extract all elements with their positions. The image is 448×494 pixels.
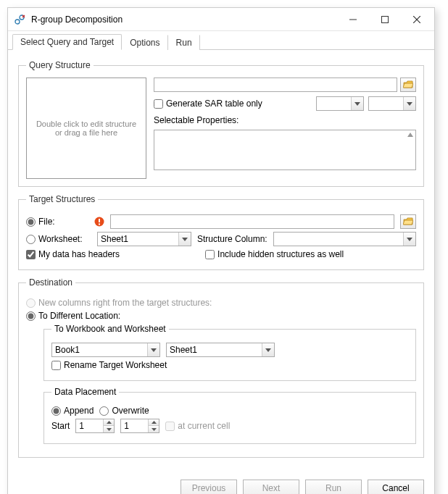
tab-run[interactable]: Run [168,35,200,50]
legend-destination: Destination [26,277,75,288]
run-button: Run [305,480,362,494]
chevron-down-icon [403,97,415,110]
sar-checkbox[interactable]: Generate SAR table only [154,99,262,109]
radio-overwrite[interactable]: Overwrite [99,406,149,416]
tab-options[interactable]: Options [122,35,167,50]
spinner-up-icon[interactable] [104,419,114,426]
legend-to-workbook: To Workbook and Worksheet [51,324,169,334]
svg-rect-10 [99,224,100,225]
include-hidden-checkbox[interactable]: Include hidden structures as well [205,249,344,259]
window-title: R-group Decomposition [25,14,337,25]
legend-query: Query Structure [26,60,94,70]
radio-file[interactable]: File: [26,217,84,227]
scroll-up-icon [407,133,413,137]
selectable-properties-list[interactable] [154,130,416,170]
legend-data-placement: Data Placement [51,387,119,397]
start-label: Start [51,421,70,431]
previous-button: Previous [181,480,237,494]
svg-rect-5 [382,16,389,22]
spinner-down-icon[interactable] [149,426,159,432]
spinner-down-icon[interactable] [104,426,114,432]
legend-target: Target Structures [26,194,98,204]
spinner-up-icon[interactable] [149,419,159,426]
chevron-down-icon [262,343,274,356]
sar-label: Generate SAR table only [166,99,262,109]
group-target: Target Structures File: [18,194,424,270]
chevron-down-icon [178,233,191,246]
tab-body: Query Structure Double click to edit str… [8,50,434,472]
close-button[interactable] [401,9,433,30]
rename-worksheet-checkbox[interactable]: Rename Target Worksheet [51,360,167,370]
radio-worksheet[interactable]: Worksheet: [26,234,91,244]
chevron-down-icon [351,97,363,110]
sar-combo-1[interactable] [316,96,364,111]
minimize-button[interactable] [337,9,369,30]
group-query-structure: Query Structure Double click to edit str… [18,60,424,187]
structure-placeholder: Double click to edit structure or drag a… [36,120,136,137]
tab-select-query[interactable]: Select Query and Target [12,34,122,50]
workbook-combo[interactable]: Book1 [51,343,160,357]
dest-sheet-combo[interactable]: Sheet1 [166,343,275,357]
at-current-cell-checkbox: at current cell [165,421,230,431]
file-path-input[interactable] [110,214,394,229]
group-to-workbook: To Workbook and Worksheet Book1 Sheet1 [43,324,416,381]
selectable-properties-label: Selectable Properties: [154,115,416,125]
group-destination: Destination New columns right from the t… [18,277,424,458]
chevron-down-icon [147,343,159,356]
radio-different-location[interactable]: To Different Location: [26,311,120,321]
svg-point-0 [15,20,20,24]
browse-query-button[interactable] [400,78,416,92]
next-button: Next [243,480,299,494]
browse-file-button[interactable] [400,214,416,229]
start-col-spinner[interactable]: 1 [75,419,115,433]
group-data-placement: Data Placement Append Overwrite Start [43,387,416,444]
structure-column-label: Structure Column: [197,234,267,244]
structure-column-combo[interactable] [273,232,416,246]
titlebar: R-group Decomposition [8,8,434,31]
chevron-down-icon [403,233,415,246]
footer: Previous Next Run Cancel [8,472,434,494]
radio-append[interactable]: Append [51,406,94,416]
alert-icon [94,217,104,227]
radio-new-columns: New columns right from the target struct… [26,298,212,308]
app-icon [14,14,25,25]
maximize-button[interactable] [369,9,401,30]
start-row-spinner[interactable]: 1 [120,419,159,433]
cancel-button[interactable]: Cancel [368,480,424,494]
worksheet-combo[interactable]: Sheet1 [97,232,191,246]
headers-checkbox[interactable]: My data has headers [26,249,120,259]
dialog-window: R-group Decomposition Select Query and T… [7,7,435,494]
tab-strip: Select Query and Target Options Run [8,33,434,50]
client-area: Select Query and Target Options Run Quer… [8,31,434,494]
structure-editor[interactable]: Double click to edit structure or drag a… [26,78,146,179]
sar-combo-2[interactable] [368,96,416,111]
svg-rect-9 [99,219,100,222]
query-path-input[interactable] [154,78,397,92]
